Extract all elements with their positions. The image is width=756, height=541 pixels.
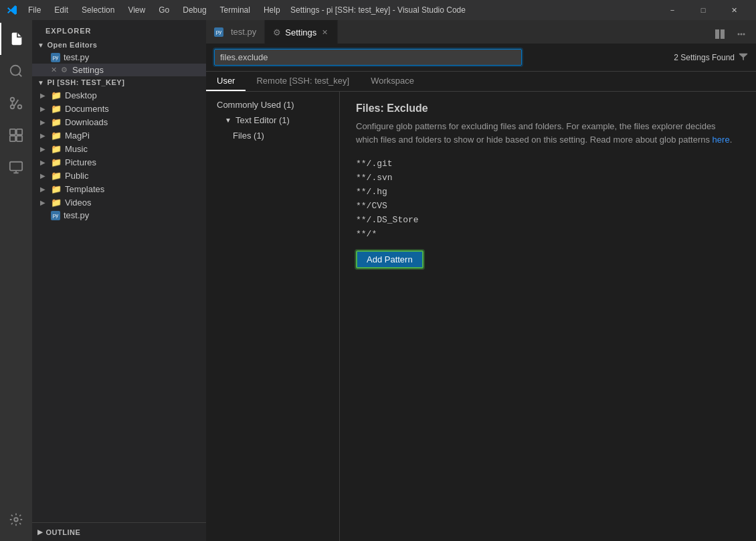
tree-item-music[interactable]: ▶ 📁 Music [32,142,206,155]
editor-item-settings[interactable]: ✕ ⚙ Settings [32,64,206,76]
svg-rect-6 [10,136,15,141]
folder-chevron-templates: ▶ [40,185,51,193]
glob-patterns-list: **/.git **/.svn **/.hg **/CVS **/.DS_Sto… [356,157,740,241]
svg-point-3 [11,105,15,109]
tree-item-desktop[interactable]: ▶ 📁 Desktop [32,88,206,102]
tree-item-pictures[interactable]: ▶ 📁 Pictures [32,155,206,169]
open-editors-label[interactable]: ▼ Open Editors [32,39,206,51]
svg-rect-5 [17,129,22,135]
menu-view[interactable]: View [122,4,151,16]
close-settings-icon[interactable]: ✕ [51,66,57,74]
editor-filename-testpy: test.py [64,52,89,62]
more-actions-icon [736,29,747,40]
settings-tab-user[interactable]: User [206,72,246,91]
menu-help[interactable]: Help [258,4,286,16]
setting-desc-link[interactable]: here [713,135,730,145]
activity-settings[interactable] [0,504,32,536]
settings-nav-files[interactable]: Files (1) [206,128,339,143]
source-control-icon [9,96,23,110]
explorer-root-text: PI [SSH: TEST_KEY] [47,78,124,86]
glob-pattern-row-svn: **/.svn [356,171,740,185]
settings-file-icon: ⚙ [60,66,69,75]
search-icon [9,64,23,78]
settings-nav-files-label: Files (1) [233,131,264,141]
activity-remote[interactable] [0,151,32,183]
outline-section[interactable]: ▶ Outline [32,522,206,541]
folder-chevron-desktop: ▶ [40,92,51,99]
close-button[interactable]: ✕ [719,0,749,20]
activity-source-control[interactable] [0,87,32,119]
glob-pattern-row-git: **/.git [356,157,740,171]
menu-debug[interactable]: Debug [177,4,211,16]
clear-search-button[interactable] [739,52,748,63]
tree-item-testpy[interactable]: py test.py [32,209,206,222]
settings-tab-remote[interactable]: Remote [SSH: test_key] [246,72,360,91]
editor-item-testpy[interactable]: py test.py [32,51,206,64]
open-editors-text: Open Editors [47,41,97,49]
menu-terminal[interactable]: Terminal [215,4,256,16]
menu-file[interactable]: File [23,4,46,16]
tree-item-public[interactable]: ▶ 📁 Public [32,169,206,182]
title-bar-left: File Edit Selection View Go Debug Termin… [7,4,286,16]
svg-rect-7 [17,136,22,141]
more-actions-button[interactable] [732,25,751,44]
svg-point-0 [11,66,21,76]
settings-tab-workspace-label: Workspace [371,76,414,86]
maximize-button[interactable]: □ [688,0,719,20]
menu-edit[interactable]: Edit [49,4,74,16]
folder-chevron-magpi: ▶ [40,132,51,139]
split-editor-icon [715,29,725,40]
glob-pattern-ds-store: **/.DS_Store [356,215,419,225]
activity-bar [0,20,32,541]
folder-icon-documents: 📁 [51,103,62,114]
activity-explorer[interactable] [0,23,32,55]
python-file-icon: py [51,53,60,62]
glob-pattern-row-cvs: **/CVS [356,199,740,213]
folder-icon-videos: 📁 [51,197,62,208]
split-editor-button[interactable] [711,25,729,44]
tab-testpy[interactable]: py test.py [206,20,265,44]
tree-item-magpi[interactable]: ▶ 📁 MagPi [32,129,206,142]
tree-item-videos[interactable]: ▶ 📁 Videos [32,196,206,209]
settings-tab-workspace[interactable]: Workspace [360,72,425,91]
settings-left-panel: Commonly Used (1) ▼ Text Editor (1) File… [206,92,340,541]
settings-search-input[interactable] [220,52,516,62]
window-controls: − □ ✕ [657,0,749,20]
tree-item-templates[interactable]: ▶ 📁 Templates [32,182,206,196]
settings-tabs: User Remote [SSH: test_key] Workspace [206,72,756,92]
explorer-root-label[interactable]: ▼ PI [SSH: TEST_KEY] [32,76,206,88]
search-input-wrapper [214,49,522,66]
content-area: py test.py ⚙ Settings ✕ [206,20,756,541]
folder-name-downloads: Downloads [65,117,108,127]
svg-rect-4 [10,129,15,135]
activity-search[interactable] [0,55,32,87]
python-tree-icon: py [51,211,60,220]
activity-extensions[interactable] [0,119,32,151]
svg-point-9 [14,518,18,522]
folder-icon-templates: 📁 [51,183,62,194]
settings-nav-commonly-used[interactable]: Commonly Used (1) [206,97,339,112]
svg-point-11 [741,33,743,35]
minimize-button[interactable]: − [657,0,688,20]
add-pattern-button[interactable]: Add Pattern [356,250,423,268]
tab-settings[interactable]: ⚙ Settings ✕ [265,20,338,44]
open-editors-section: ▼ Open Editors py test.py ✕ ⚙ Settings [32,39,206,76]
folder-name-magpi: MagPi [65,131,90,141]
found-count-text: 2 Settings Found [674,53,735,62]
tab-actions [705,25,756,44]
svg-point-1 [18,105,22,109]
activity-bottom-icons [0,504,32,541]
glob-pattern-git: **/.git [356,159,393,169]
tab-close-settings[interactable]: ✕ [320,27,329,37]
menu-go[interactable]: Go [153,4,175,16]
settings-content: Commonly Used (1) ▼ Text Editor (1) File… [206,92,756,541]
tree-item-downloads[interactable]: ▶ 📁 Downloads [32,115,206,129]
glob-pattern-dotstar: **/* [356,229,377,239]
glob-pattern-row-ds-store: **/.DS_Store [356,213,740,227]
svg-rect-8 [10,162,22,171]
tree-item-documents[interactable]: ▶ 📁 Documents [32,102,206,115]
settings-nav-text-editor[interactable]: ▼ Text Editor (1) [206,112,339,128]
sidebar-header: Explorer [32,20,206,39]
explorer-icon [9,31,24,46]
menu-selection[interactable]: Selection [76,4,120,16]
